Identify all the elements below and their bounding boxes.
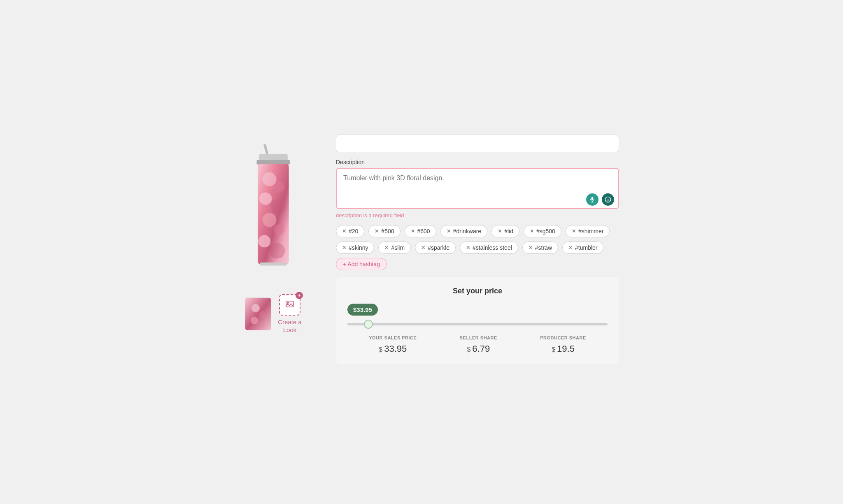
description-icons	[586, 193, 614, 206]
tumbler-image	[247, 144, 300, 276]
hashtag-pill[interactable]: ✕#20	[336, 225, 364, 237]
create-look-button[interactable]: + Create a Look	[278, 294, 302, 334]
hashtag-label: #sparkle	[428, 244, 449, 251]
price-column: PRODUCER SHARE $ 19.5	[540, 335, 586, 354]
price-title: Set your price	[347, 287, 608, 295]
svg-rect-13	[260, 262, 287, 266]
hashtag-remove-btn[interactable]: ✕	[568, 245, 573, 251]
price-col-value: $ 6.79	[467, 344, 490, 354]
svg-point-5	[263, 172, 277, 186]
svg-point-12	[270, 243, 285, 259]
hashtag-pill[interactable]: ✕#straw	[522, 242, 558, 254]
svg-point-15	[252, 304, 260, 312]
right-panel: Description	[336, 136, 619, 368]
hashtag-remove-btn[interactable]: ✕	[572, 228, 576, 234]
plus-badge-icon: +	[296, 292, 303, 299]
slider-track	[347, 323, 608, 325]
price-slider-container: $33.95	[347, 304, 608, 325]
hashtag-pill[interactable]: ✕#500	[368, 225, 400, 237]
svg-point-9	[263, 213, 277, 227]
hashtag-remove-btn[interactable]: ✕	[375, 228, 379, 234]
thumbnail-image[interactable]	[245, 297, 271, 330]
description-wrapper	[336, 168, 619, 211]
price-column: SELLER SHARE $ 6.79	[460, 335, 497, 354]
price-amount: 33.95	[384, 344, 407, 354]
svg-point-7	[259, 192, 272, 204]
price-badge: $33.95	[347, 304, 378, 316]
svg-point-11	[258, 235, 270, 247]
hashtag-remove-btn[interactable]: ✕	[529, 245, 533, 251]
description-section: Description	[336, 159, 619, 218]
hashtag-remove-btn[interactable]: ✕	[421, 245, 425, 251]
svg-point-23	[607, 198, 608, 199]
hashtag-pill[interactable]: ✕#sg500	[524, 225, 561, 237]
description-textarea[interactable]	[336, 168, 619, 209]
slider-thumb[interactable]	[364, 320, 373, 329]
hashtag-pill[interactable]: ✕#lid	[491, 225, 519, 237]
description-error: description is a required field	[336, 212, 619, 218]
hashtag-label: #stainless steel	[473, 244, 512, 251]
hashtag-pill[interactable]: ✕#tumbler	[562, 242, 603, 254]
price-col-label: YOUR SALES PRICE	[369, 335, 417, 340]
hashtag-pill[interactable]: ✕#slim	[378, 242, 411, 254]
hashtag-label: #500	[381, 228, 394, 235]
hashtag-pill[interactable]: ✕#stainless steel	[460, 242, 518, 254]
hashtag-pill[interactable]: ✕#skinny	[336, 242, 374, 254]
hashtag-label: #drinkware	[453, 228, 481, 235]
product-image-container	[232, 136, 314, 284]
svg-point-10	[274, 224, 284, 235]
description-label: Description	[336, 159, 619, 165]
add-hashtag-button[interactable]: + Add hashtag	[336, 258, 387, 270]
hashtag-remove-btn[interactable]: ✕	[411, 228, 415, 234]
svg-point-17	[251, 317, 258, 324]
price-dollar-sign: $	[552, 346, 555, 353]
hashtag-pill[interactable]: ✕#shimmer	[566, 225, 610, 237]
price-col-value: $ 19.5	[552, 344, 575, 354]
hashtag-label: #slim	[391, 244, 405, 251]
hashtag-label: #tumbler	[575, 244, 597, 251]
hashtag-remove-btn[interactable]: ✕	[530, 228, 534, 234]
thumbnail-row: + Create a Look	[245, 294, 302, 334]
hashtag-remove-btn[interactable]: ✕	[498, 228, 502, 234]
hashtag-pill[interactable]: ✕#600	[405, 225, 436, 237]
title-input[interactable]	[336, 135, 619, 152]
price-col-label: SELLER SHARE	[460, 335, 497, 340]
price-col-label: PRODUCER SHARE	[540, 335, 586, 340]
left-panel: + Create a Look	[224, 136, 323, 368]
hashtag-label: #600	[417, 228, 430, 235]
hashtag-remove-btn[interactable]: ✕	[342, 228, 346, 234]
price-dollar-sign: $	[467, 346, 470, 353]
hashtag-label: #straw	[535, 244, 552, 251]
hashtag-label: #shimmer	[578, 228, 603, 235]
mic-icon[interactable]	[586, 193, 598, 206]
price-dollar-sign: $	[379, 346, 382, 353]
svg-point-8	[270, 198, 286, 214]
svg-point-6	[274, 181, 284, 192]
hashtag-remove-btn[interactable]: ✕	[342, 245, 346, 251]
hashtag-label: #lid	[504, 228, 513, 235]
create-look-label: Create a Look	[278, 318, 302, 334]
create-look-icon: +	[279, 294, 300, 316]
svg-rect-14	[245, 298, 271, 330]
hashtag-pill[interactable]: ✕#sparkle	[415, 242, 456, 254]
price-col-value: $ 33.95	[379, 344, 407, 354]
hashtag-label: #skinny	[349, 244, 368, 251]
svg-point-16	[259, 311, 266, 318]
smiley-icon[interactable]	[602, 193, 614, 206]
hashtag-pill[interactable]: ✕#drinkware	[440, 225, 487, 237]
price-column: YOUR SALES PRICE $ 33.95	[369, 335, 417, 354]
svg-point-24	[608, 198, 609, 199]
price-table: YOUR SALES PRICE $ 33.95 SELLER SHARE $ …	[347, 335, 608, 354]
price-amount: 6.79	[472, 344, 490, 354]
hashtag-remove-btn[interactable]: ✕	[447, 228, 451, 234]
price-amount: 19.5	[557, 344, 575, 354]
hashtag-remove-btn[interactable]: ✕	[466, 245, 470, 251]
hashtag-label: #20	[349, 228, 358, 235]
hashtag-label: #sg500	[536, 228, 555, 235]
hashtags-section: ✕#20✕#500✕#600✕#drinkware✕#lid✕#sg500✕#s…	[336, 225, 619, 270]
svg-rect-18	[286, 301, 293, 307]
hashtag-remove-btn[interactable]: ✕	[384, 245, 389, 251]
price-section: Set your price $33.95 YOUR SALES PRICE $…	[336, 277, 619, 364]
page-container: + Create a Look Description	[211, 126, 632, 378]
